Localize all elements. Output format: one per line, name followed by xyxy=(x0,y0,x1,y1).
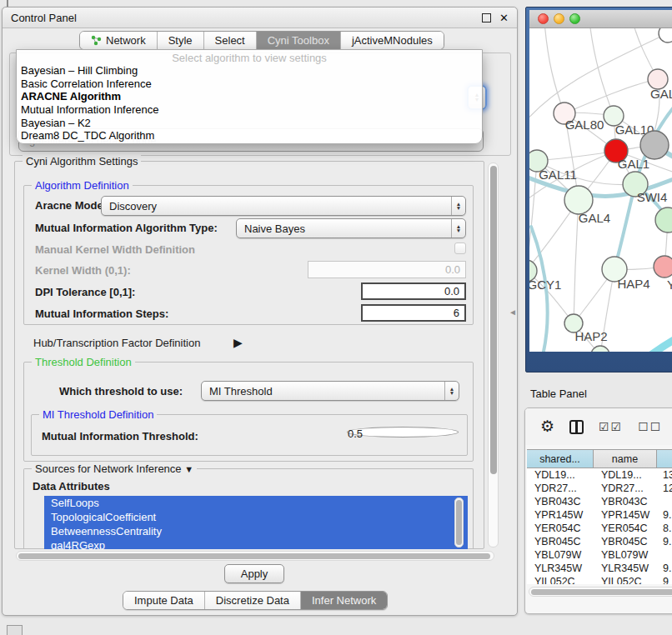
settings-vertical-scrollbar[interactable] xyxy=(488,162,499,548)
tab-style[interactable]: Style xyxy=(157,32,203,49)
column-header-name[interactable]: name xyxy=(594,450,657,468)
table-body: YDL19...YDL19...13YDR27...YDR27...12YBR0… xyxy=(527,468,672,584)
dpi-tolerance-value: 0.0 xyxy=(444,285,459,298)
control-panel-titlebar: Control Panel ✕ xyxy=(3,8,517,28)
dpi-tolerance-field[interactable]: 0.0 xyxy=(361,282,466,300)
zoom-window-icon[interactable] xyxy=(569,13,580,24)
data-attribute-item[interactable]: gal4RGexp xyxy=(44,538,468,549)
table-panel-title: Table Panel xyxy=(530,388,587,400)
network-node[interactable] xyxy=(640,131,669,159)
table-row[interactable]: YBR043CYBR043C xyxy=(527,495,672,508)
algorithm-option[interactable]: Mutual Information Inference xyxy=(17,103,482,117)
attributes-scrollbar[interactable] xyxy=(454,498,464,548)
table-horizontal-scrollbar[interactable] xyxy=(529,587,672,597)
table-cell: 9. xyxy=(657,508,672,522)
data-attribute-item[interactable]: TopologicalCoefficient xyxy=(44,510,468,524)
algorithm-option[interactable]: Dream8 DC_TDC Algorithm xyxy=(17,129,482,142)
table-cell: YPR145W xyxy=(527,508,594,522)
network-node-label: HAP2 xyxy=(574,329,607,343)
select-all-columns-icon[interactable]: ☑☑ xyxy=(599,420,623,433)
splitter-arrow-icon[interactable]: ◄ xyxy=(509,308,517,317)
dropdown-item-list: Bayesian – Hill ClimbingBasic Correlatio… xyxy=(17,64,482,142)
table-cell xyxy=(657,548,672,562)
data-attributes-list[interactable]: SelfLoopsTopologicalCoefficientBetweenne… xyxy=(44,496,468,549)
network-node-gal4[interactable] xyxy=(564,186,593,214)
close-panel-icon[interactable]: ✕ xyxy=(499,13,509,22)
manual-kernel-checkbox[interactable] xyxy=(454,242,466,254)
table-cell: 8. xyxy=(657,522,672,535)
network-node-label: GAL11 xyxy=(539,168,577,182)
table-cell: YLR345W xyxy=(527,562,594,575)
tab-jactivemnodules[interactable]: jActiveMNodules xyxy=(340,32,444,49)
tab-label: Style xyxy=(168,34,193,47)
table-row[interactable]: YDL19...YDL19...13 xyxy=(527,468,672,482)
apply-button[interactable]: Apply xyxy=(224,564,284,583)
close-window-icon[interactable] xyxy=(538,13,549,24)
algorithm-option[interactable]: Bayesian – Hill Climbing xyxy=(17,64,482,78)
mi-steps-value: 6 xyxy=(454,307,459,319)
which-threshold-combo[interactable]: MI Threshold ▲▼ xyxy=(201,381,459,401)
table-row[interactable]: YDR27...YDR27...12 xyxy=(527,482,672,495)
algorithm-option[interactable]: Basic Correlation Inference xyxy=(17,78,482,91)
network-node[interactable] xyxy=(659,28,672,42)
algorithm-option[interactable]: ARACNE Algorithm xyxy=(17,90,482,103)
sources-title-text: Sources for Network Inference xyxy=(35,462,182,475)
table-row[interactable]: YBR045CYBR045C9. xyxy=(527,535,672,548)
minimized-panel-icon[interactable] xyxy=(7,625,23,635)
which-threshold-value: MI Threshold xyxy=(209,385,273,398)
column-header-shared-name[interactable]: shared... xyxy=(527,450,594,468)
tab-cyni-toolbox[interactable]: Cyni Toolbox xyxy=(256,32,340,49)
cyni-mode-tabbar: Impute Data Discretize Data Infer Networ… xyxy=(123,591,388,610)
aracne-mode-combo[interactable]: Discovery ▲▼ xyxy=(101,196,466,216)
tab-network[interactable]: Network xyxy=(80,32,157,49)
table-row[interactable]: YER054CYER054C8. xyxy=(527,522,672,535)
mi-threshold-field[interactable]: 0.5 xyxy=(347,427,459,438)
table-cell: 12 xyxy=(657,482,672,495)
tab-select[interactable]: Select xyxy=(203,32,256,49)
cyni-algorithm-settings-group: Cyni Algorithm Settings Algorithm Defini… xyxy=(14,161,484,549)
tab-label: Network xyxy=(106,34,146,47)
float-panel-icon[interactable] xyxy=(482,13,491,22)
mi-steps-field[interactable]: 6 xyxy=(361,304,466,322)
table-row[interactable]: YBL079WYBL079W xyxy=(527,548,672,562)
mi-threshold-label: Mutual Information Threshold: xyxy=(42,430,198,442)
kernel-width-field[interactable]: 0.0 xyxy=(308,261,466,278)
data-attribute-item[interactable]: BetweennessCentrality xyxy=(44,524,468,538)
network-node-label: GCY1 xyxy=(529,278,561,292)
threshold-definition-group: Threshold Definition Which threshold to … xyxy=(23,362,474,462)
sources-collapse-arrow-icon[interactable]: ▼ xyxy=(184,464,193,474)
table-row[interactable]: YIL052CYIL052C9 xyxy=(527,575,672,584)
minimize-window-icon[interactable] xyxy=(554,13,564,24)
algorithm-definition-group: Algorithm Definition Aracne Mode: Discov… xyxy=(23,185,474,325)
data-attribute-item[interactable]: SelfLoops xyxy=(44,496,468,510)
table-cell: YER054C xyxy=(527,522,594,535)
deselect-all-columns-icon[interactable]: ☐☐ xyxy=(638,420,662,433)
algorithm-option[interactable]: Bayesian – K2 xyxy=(17,117,482,130)
network-window-titlebar[interactable] xyxy=(529,10,672,28)
network-node[interactable] xyxy=(655,208,672,232)
settings-horizontal-scrollbar[interactable] xyxy=(16,551,494,561)
table-cell: YDL19... xyxy=(527,468,594,482)
table-cell: YBR043C xyxy=(594,495,657,508)
dropdown-prompt: Select algorithm to view settings xyxy=(17,50,482,64)
column-header-extra[interactable]: A xyxy=(657,450,672,468)
gear-icon[interactable]: ⚙ xyxy=(540,418,554,435)
network-node-y[interactable] xyxy=(654,256,672,278)
tab-infer-network[interactable]: Infer Network xyxy=(300,592,387,609)
table-header-row: shared... name A xyxy=(527,449,672,468)
aracne-mode-label: Aracne Mode: xyxy=(35,199,107,212)
table-cell: YBR043C xyxy=(527,495,594,508)
column-browser-icon[interactable] xyxy=(569,420,584,434)
network-canvas[interactable]: GALGAL80GAL10GAL1GAL11SWI4GAL4GCY1HAP4YH… xyxy=(529,28,672,352)
network-tab-icon xyxy=(91,35,102,46)
table-row[interactable]: YPR145WYPR145W9. xyxy=(527,508,672,522)
tab-discretize-data[interactable]: Discretize Data xyxy=(204,592,300,609)
hub-expand-arrow-icon[interactable]: ▶ xyxy=(233,336,243,349)
panel-title: Control Panel xyxy=(11,12,77,24)
table-cell: YBL079W xyxy=(594,548,657,562)
mi-type-combo[interactable]: Naive Bayes ▲▼ xyxy=(236,218,466,238)
tab-impute-data[interactable]: Impute Data xyxy=(123,592,204,609)
network-node[interactable] xyxy=(591,346,609,352)
threshold-definition-title: Threshold Definition xyxy=(32,356,135,368)
table-row[interactable]: YLR345WYLR345W9. xyxy=(527,562,672,575)
